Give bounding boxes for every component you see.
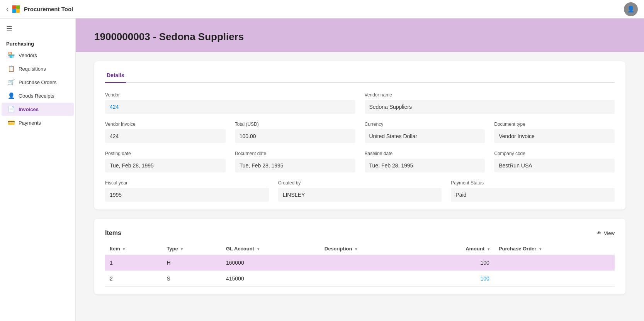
col-item[interactable]: Item ▾ (105, 243, 162, 255)
col-purchase-order[interactable]: Purchase Order ▾ (494, 243, 615, 255)
tab-bar: Details (105, 72, 615, 83)
posting-date-label: Posting date (105, 151, 226, 156)
company-code-field: Company code BestRun USA (494, 151, 615, 172)
cell-description (320, 271, 417, 287)
fiscal-year-label: Fiscal year (105, 180, 269, 186)
baseline-date-label: Baseline date (365, 151, 485, 156)
fiscal-year-field: Fiscal year 1995 (105, 180, 269, 202)
cell-type: S (162, 271, 221, 287)
col-gl-account[interactable]: GL Account ▾ (221, 243, 320, 255)
items-title: Items (105, 230, 121, 237)
page-title: 1900000003 - Sedona Suppliers (94, 31, 625, 43)
total-field: Total (USD) 100.00 (235, 122, 355, 143)
col-description[interactable]: Description ▾ (320, 243, 417, 255)
vendor-invoice-label: Vendor invoice (105, 122, 226, 127)
created-by-value: LINSLEY (278, 188, 442, 202)
vendor-invoice-value: 424 (105, 129, 226, 143)
posting-date-value: Tue, Feb 28, 1995 (105, 159, 226, 172)
avatar[interactable]: 👤 (624, 2, 638, 16)
payment-status-label: Payment Status (451, 180, 615, 186)
company-code-value: BestRun USA (494, 159, 615, 172)
items-header: Items 👁 View (105, 230, 615, 237)
sidebar-item-label: Goods Receipts (19, 93, 54, 99)
cell-item: 1 (105, 255, 162, 271)
eye-icon: 👁 (596, 230, 602, 236)
currency-field: Currency United States Dollar (365, 122, 485, 143)
sidebar-item-goods-receipts[interactable]: 👤 Goods Receipts (2, 89, 74, 102)
cell-amount: 100 (417, 255, 494, 271)
vendor-name-field: Vendor name Sedona Suppliers (365, 92, 615, 114)
ms-logo (12, 5, 20, 13)
cell-item: 2 (105, 271, 162, 287)
invoices-icon: 📄 (8, 106, 15, 113)
sidebar-item-purchase-orders[interactable]: 🛒 Purchase Orders (2, 76, 74, 89)
amount-sort-icon: ▾ (488, 247, 489, 251)
baseline-date-field: Baseline date Tue, Feb 28, 1995 (365, 151, 485, 172)
main-content: 1900000003 - Sedona Suppliers Details Ve… (76, 19, 644, 321)
document-type-value: Vendor Invoice (494, 129, 615, 143)
payment-status-field: Payment Status Paid (451, 180, 615, 202)
company-code-label: Company code (494, 151, 615, 156)
document-date-value: Tue, Feb 28, 1995 (235, 159, 355, 172)
details-card: Details Vendor 424 Vendor name Sedona Su… (94, 61, 625, 209)
item-sort-icon: ▾ (123, 247, 125, 251)
type-sort-icon: ▾ (181, 247, 183, 251)
created-by-field: Created by LINSLEY (278, 180, 442, 202)
cell-gl-account: 160000 (221, 255, 320, 271)
app-title: Procurement Tool (24, 6, 73, 12)
view-button[interactable]: 👁 View (596, 230, 615, 236)
payments-icon: 💳 (8, 119, 15, 126)
document-type-label: Document type (494, 122, 615, 127)
document-date-field: Document date Tue, Feb 28, 1995 (235, 151, 355, 172)
tab-details[interactable]: Details (105, 72, 126, 83)
sidebar-item-payments[interactable]: 💳 Payments (2, 116, 74, 129)
table-row[interactable]: 2 S 415000 100 (105, 271, 615, 287)
cell-description (320, 255, 417, 271)
goods-receipts-icon: 👤 (8, 92, 15, 99)
posting-date-field: Posting date Tue, Feb 28, 1995 (105, 151, 226, 172)
purchase-orders-icon: 🛒 (8, 79, 15, 86)
sidebar-item-requisitions[interactable]: 📋 Requisitions (2, 62, 74, 75)
sidebar-section-label: Purchasing (0, 38, 75, 48)
requisitions-icon: 📋 (8, 65, 15, 72)
baseline-date-value: Tue, Feb 28, 1995 (365, 159, 485, 172)
sidebar-item-label: Purchase Orders (19, 79, 56, 85)
sidebar-item-label: Vendors (19, 52, 37, 58)
form-row-invoice: Vendor invoice 424 Total (USD) 100.00 Cu… (105, 122, 615, 143)
total-value: 100.00 (235, 129, 355, 143)
document-type-field: Document type Vendor Invoice (494, 122, 615, 143)
cell-purchase-order (494, 255, 615, 271)
vendor-label: Vendor (105, 92, 355, 98)
cell-purchase-order (494, 271, 615, 287)
total-label: Total (USD) (235, 122, 355, 127)
payment-status-value: Paid (451, 188, 615, 202)
back-button[interactable]: ‹ (6, 5, 8, 13)
vendor-value[interactable]: 424 (105, 100, 355, 114)
hamburger-menu[interactable]: ☰ (0, 22, 75, 38)
table-header: Item ▾ Type ▾ GL Account ▾ (105, 243, 615, 255)
content-area: Details Vendor 424 Vendor name Sedona Su… (76, 52, 644, 313)
sidebar-item-label: Payments (19, 120, 41, 126)
desc-sort-icon: ▾ (355, 247, 357, 251)
sidebar-item-label: Invoices (19, 106, 39, 112)
cell-type: H (162, 255, 221, 271)
sidebar-item-vendors[interactable]: 🏪 Vendors (2, 49, 74, 62)
currency-label: Currency (365, 122, 485, 127)
sidebar-item-invoices[interactable]: 📄 Invoices (2, 103, 74, 116)
document-date-label: Document date (235, 151, 355, 156)
vendor-name-value: Sedona Suppliers (365, 100, 615, 114)
po-sort-icon: ▾ (539, 247, 541, 251)
items-table: Item ▾ Type ▾ GL Account ▾ (105, 243, 615, 287)
form-row-dates: Posting date Tue, Feb 28, 1995 Document … (105, 151, 615, 172)
sidebar-item-label: Requisitions (19, 66, 46, 72)
table-body: 1 H 160000 100 2 S 415000 100 (105, 255, 615, 287)
created-by-label: Created by (278, 180, 442, 186)
gl-sort-icon: ▾ (257, 247, 259, 251)
vendor-field: Vendor 424 (105, 92, 355, 114)
sidebar: ☰ Purchasing 🏪 Vendors 📋 Requisitions 🛒 … (0, 19, 76, 321)
vendor-name-label: Vendor name (365, 92, 615, 98)
col-amount[interactable]: Amount ▾ (417, 243, 494, 255)
col-type[interactable]: Type ▾ (162, 243, 221, 255)
cell-gl-account: 415000 (221, 271, 320, 287)
table-row[interactable]: 1 H 160000 100 (105, 255, 615, 271)
